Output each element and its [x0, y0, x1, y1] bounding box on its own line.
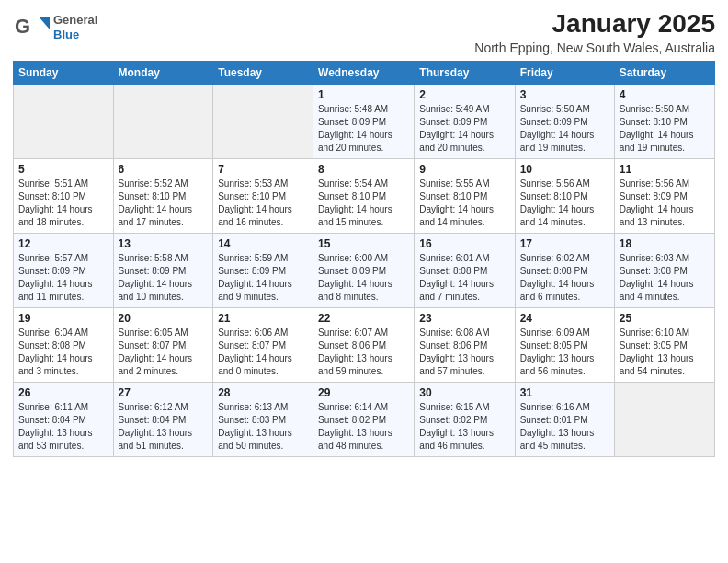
- day-info: Sunrise: 6:08 AM Sunset: 8:06 PM Dayligh…: [419, 327, 509, 378]
- day-info: Sunrise: 5:57 AM Sunset: 8:09 PM Dayligh…: [18, 252, 108, 304]
- day-number: 8: [318, 163, 409, 176]
- table-row: 6Sunrise: 5:52 AM Sunset: 8:10 PM Daylig…: [113, 159, 213, 234]
- col-monday: Monday: [113, 62, 213, 85]
- col-tuesday: Tuesday: [213, 62, 313, 85]
- day-info: Sunrise: 6:15 AM Sunset: 8:02 PM Dayligh…: [419, 401, 509, 453]
- day-info: Sunrise: 6:09 AM Sunset: 8:05 PM Dayligh…: [520, 327, 609, 378]
- day-number: 7: [218, 163, 308, 176]
- day-info: Sunrise: 5:53 AM Sunset: 8:10 PM Dayligh…: [218, 178, 308, 229]
- table-row: 9Sunrise: 5:55 AM Sunset: 8:10 PM Daylig…: [415, 159, 515, 234]
- table-row: 19Sunrise: 6:04 AM Sunset: 8:08 PM Dayli…: [14, 308, 114, 383]
- day-number: 30: [419, 386, 509, 399]
- table-row: 29Sunrise: 6:14 AM Sunset: 8:02 PM Dayli…: [313, 383, 415, 457]
- calendar-table: Sunday Monday Tuesday Wednesday Thursday…: [13, 61, 715, 457]
- day-info: Sunrise: 5:48 AM Sunset: 8:09 PM Dayligh…: [318, 103, 409, 155]
- day-info: Sunrise: 6:10 AM Sunset: 8:05 PM Dayligh…: [620, 327, 710, 378]
- table-row: 12Sunrise: 5:57 AM Sunset: 8:09 PM Dayli…: [14, 234, 114, 308]
- location-subtitle: North Epping, New South Wales, Australia: [474, 40, 715, 55]
- table-row: 22Sunrise: 6:07 AM Sunset: 8:06 PM Dayli…: [313, 308, 415, 383]
- day-number: 3: [520, 88, 609, 101]
- day-number: 4: [620, 88, 710, 101]
- day-number: 5: [18, 163, 108, 176]
- day-number: 12: [18, 237, 108, 250]
- table-row: 28Sunrise: 6:13 AM Sunset: 8:03 PM Dayli…: [213, 383, 313, 457]
- day-number: 1: [318, 88, 409, 101]
- table-row: 11Sunrise: 5:56 AM Sunset: 8:09 PM Dayli…: [614, 159, 714, 234]
- table-row: 4Sunrise: 5:50 AM Sunset: 8:10 PM Daylig…: [614, 85, 714, 159]
- col-wednesday: Wednesday: [313, 62, 415, 85]
- table-row: [213, 85, 313, 159]
- day-info: Sunrise: 5:54 AM Sunset: 8:10 PM Dayligh…: [318, 178, 409, 229]
- day-number: 19: [18, 312, 108, 325]
- col-friday: Friday: [515, 62, 614, 85]
- table-row: 18Sunrise: 6:03 AM Sunset: 8:08 PM Dayli…: [614, 234, 714, 308]
- day-number: 15: [318, 237, 409, 250]
- day-info: Sunrise: 5:49 AM Sunset: 8:09 PM Dayligh…: [419, 103, 509, 155]
- table-row: [14, 85, 114, 159]
- day-info: Sunrise: 6:06 AM Sunset: 8:07 PM Dayligh…: [218, 327, 308, 378]
- day-number: 26: [18, 386, 108, 399]
- day-number: 24: [520, 312, 609, 325]
- day-number: 2: [419, 88, 509, 101]
- day-info: Sunrise: 5:50 AM Sunset: 8:10 PM Dayligh…: [620, 103, 710, 155]
- table-row: 5Sunrise: 5:51 AM Sunset: 8:10 PM Daylig…: [14, 159, 114, 234]
- day-info: Sunrise: 6:07 AM Sunset: 8:06 PM Dayligh…: [318, 327, 409, 378]
- day-info: Sunrise: 6:00 AM Sunset: 8:09 PM Dayligh…: [318, 252, 409, 304]
- table-row: 7Sunrise: 5:53 AM Sunset: 8:10 PM Daylig…: [213, 159, 313, 234]
- day-number: 25: [620, 312, 710, 325]
- table-row: 16Sunrise: 6:01 AM Sunset: 8:08 PM Dayli…: [415, 234, 515, 308]
- day-info: Sunrise: 6:16 AM Sunset: 8:01 PM Dayligh…: [520, 401, 609, 453]
- col-thursday: Thursday: [415, 62, 515, 85]
- day-info: Sunrise: 5:56 AM Sunset: 8:09 PM Dayligh…: [620, 178, 710, 229]
- table-row: 30Sunrise: 6:15 AM Sunset: 8:02 PM Dayli…: [415, 383, 515, 457]
- day-info: Sunrise: 5:58 AM Sunset: 8:09 PM Dayligh…: [119, 252, 209, 304]
- table-row: 1Sunrise: 5:48 AM Sunset: 8:09 PM Daylig…: [313, 85, 415, 159]
- day-number: 16: [419, 237, 509, 250]
- table-row: 2Sunrise: 5:49 AM Sunset: 8:09 PM Daylig…: [415, 85, 515, 159]
- day-info: Sunrise: 6:02 AM Sunset: 8:08 PM Dayligh…: [520, 252, 609, 304]
- day-info: Sunrise: 6:14 AM Sunset: 8:02 PM Dayligh…: [318, 401, 409, 453]
- table-row: 14Sunrise: 5:59 AM Sunset: 8:09 PM Dayli…: [213, 234, 313, 308]
- day-number: 18: [620, 237, 710, 250]
- day-number: 23: [419, 312, 509, 325]
- logo: G General Blue: [13, 9, 97, 46]
- col-saturday: Saturday: [614, 62, 714, 85]
- day-number: 27: [119, 386, 209, 399]
- logo-general-text: General: [53, 13, 97, 28]
- day-info: Sunrise: 6:11 AM Sunset: 8:04 PM Dayligh…: [18, 401, 108, 453]
- svg-marker-1: [39, 17, 50, 29]
- table-row: 27Sunrise: 6:12 AM Sunset: 8:04 PM Dayli…: [113, 383, 213, 457]
- day-info: Sunrise: 5:59 AM Sunset: 8:09 PM Dayligh…: [218, 252, 308, 304]
- day-info: Sunrise: 6:03 AM Sunset: 8:08 PM Dayligh…: [620, 252, 710, 304]
- day-number: 20: [119, 312, 209, 325]
- table-row: 15Sunrise: 6:00 AM Sunset: 8:09 PM Dayli…: [313, 234, 415, 308]
- table-row: [113, 85, 213, 159]
- table-row: 20Sunrise: 6:05 AM Sunset: 8:07 PM Dayli…: [113, 308, 213, 383]
- day-number: 11: [620, 163, 710, 176]
- day-number: 14: [218, 237, 308, 250]
- day-number: 17: [520, 237, 609, 250]
- table-row: 8Sunrise: 5:54 AM Sunset: 8:10 PM Daylig…: [313, 159, 415, 234]
- col-sunday: Sunday: [14, 62, 114, 85]
- svg-text:G: G: [15, 15, 30, 38]
- table-row: 10Sunrise: 5:56 AM Sunset: 8:10 PM Dayli…: [515, 159, 614, 234]
- table-row: 3Sunrise: 5:50 AM Sunset: 8:09 PM Daylig…: [515, 85, 614, 159]
- table-row: 26Sunrise: 6:11 AM Sunset: 8:04 PM Dayli…: [14, 383, 114, 457]
- day-info: Sunrise: 5:50 AM Sunset: 8:09 PM Dayligh…: [520, 103, 609, 155]
- table-row: 25Sunrise: 6:10 AM Sunset: 8:05 PM Dayli…: [614, 308, 714, 383]
- day-number: 10: [520, 163, 609, 176]
- table-row: 23Sunrise: 6:08 AM Sunset: 8:06 PM Dayli…: [415, 308, 515, 383]
- month-title: January 2025: [474, 9, 715, 39]
- day-number: 13: [119, 237, 209, 250]
- day-info: Sunrise: 6:13 AM Sunset: 8:03 PM Dayligh…: [218, 401, 308, 453]
- table-row: 31Sunrise: 6:16 AM Sunset: 8:01 PM Dayli…: [515, 383, 614, 457]
- day-info: Sunrise: 6:05 AM Sunset: 8:07 PM Dayligh…: [119, 327, 209, 378]
- table-row: 17Sunrise: 6:02 AM Sunset: 8:08 PM Dayli…: [515, 234, 614, 308]
- day-number: 6: [119, 163, 209, 176]
- day-info: Sunrise: 6:12 AM Sunset: 8:04 PM Dayligh…: [119, 401, 209, 453]
- day-info: Sunrise: 5:56 AM Sunset: 8:10 PM Dayligh…: [520, 178, 609, 229]
- logo-blue-text: Blue: [53, 28, 97, 42]
- table-row: 24Sunrise: 6:09 AM Sunset: 8:05 PM Dayli…: [515, 308, 614, 383]
- table-row: 13Sunrise: 5:58 AM Sunset: 8:09 PM Dayli…: [113, 234, 213, 308]
- day-info: Sunrise: 6:01 AM Sunset: 8:08 PM Dayligh…: [419, 252, 509, 304]
